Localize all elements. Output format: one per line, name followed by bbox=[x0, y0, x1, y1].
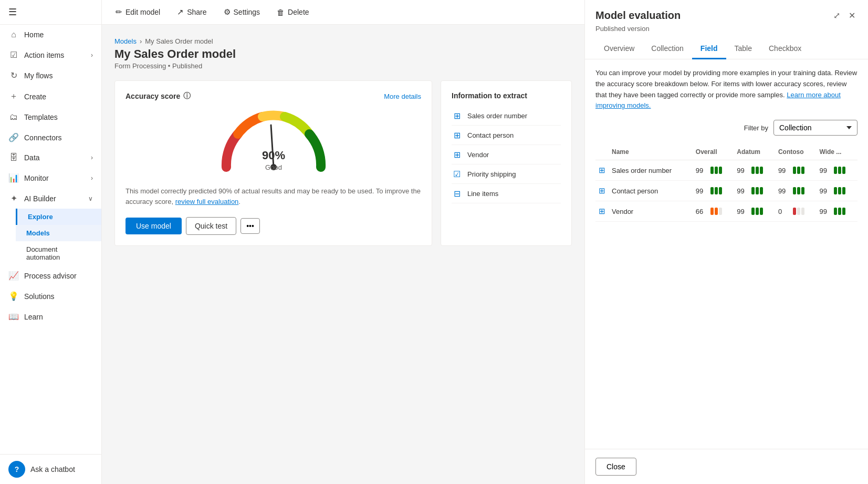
sidebar-item-my-flows[interactable]: ↻ My flows bbox=[0, 65, 101, 86]
sidebar-item-data[interactable]: 🗄 Data › bbox=[0, 148, 101, 168]
close-panel-button[interactable]: ✕ bbox=[846, 8, 857, 23]
sidebar-item-templates[interactable]: 🗂 Templates bbox=[0, 107, 101, 127]
accuracy-title: Accuracy score ⓘ bbox=[126, 91, 191, 101]
review-evaluation-link[interactable]: review full evaluation bbox=[175, 198, 239, 205]
info-item-label: Contact person bbox=[467, 131, 514, 139]
action-items-icon: ☑ bbox=[8, 50, 19, 60]
sidebar-header[interactable]: ☰ bbox=[0, 0, 101, 25]
sidebar-item-process-advisor[interactable]: 📈 Process advisor bbox=[0, 265, 101, 286]
row-adatum-cell: 99 bbox=[734, 181, 775, 201]
chatbot-footer[interactable]: ? Ask a chatbot bbox=[0, 454, 101, 484]
tab-checkbox[interactable]: Checkbox bbox=[760, 39, 810, 59]
bar-3 bbox=[760, 167, 763, 174]
info-item-sales-order: ⊞ Sales order number bbox=[452, 106, 561, 126]
sidebar-item-models[interactable]: Models bbox=[16, 225, 101, 241]
delete-button[interactable]: 🗑 Delete bbox=[274, 6, 312, 19]
sidebar: ☰ ⌂ Home ☑ Action items › ↻ My flows ＋ C… bbox=[0, 0, 102, 484]
edit-icon: ✏ bbox=[116, 7, 122, 17]
sidebar-item-home[interactable]: ⌂ Home bbox=[0, 25, 101, 45]
templates-icon: 🗂 bbox=[8, 112, 19, 122]
expand-panel-button[interactable]: ⤢ bbox=[831, 8, 842, 23]
sidebar-item-action-items[interactable]: ☑ Action items › bbox=[0, 45, 101, 65]
filter-select[interactable]: Collection Adatum Contoso Wide bbox=[773, 120, 857, 136]
ai-builder-icon: ✦ bbox=[8, 193, 19, 203]
bar-3 bbox=[719, 167, 722, 174]
sidebar-item-explore[interactable]: Explore bbox=[16, 209, 101, 225]
bar-1 bbox=[834, 167, 837, 174]
col-header-overall: Overall bbox=[693, 144, 734, 160]
tab-collection[interactable]: Collection bbox=[643, 39, 692, 59]
more-options-button[interactable]: ••• bbox=[240, 218, 260, 234]
evaluation-table: Name Overall Adatum Contoso Wide ... ⊞ S… bbox=[595, 144, 857, 222]
bar-1 bbox=[751, 167, 755, 174]
field-icon: ⊞ bbox=[452, 110, 462, 121]
sidebar-item-label: Monitor bbox=[24, 174, 49, 182]
row-overall-cell: 99 bbox=[693, 160, 734, 181]
row-wide-cell: 99 bbox=[816, 160, 857, 181]
col-header-name: Name bbox=[609, 144, 693, 160]
right-panel: Model evaluation ⤢ ✕ Published version O… bbox=[584, 0, 868, 484]
more-details-link[interactable]: More details bbox=[384, 92, 421, 100]
field-type-icon: ⊞ bbox=[599, 207, 605, 215]
sidebar-item-ai-builder[interactable]: ✦ AI Builder ∨ bbox=[0, 188, 101, 209]
gauge-svg: 90% Good bbox=[216, 109, 331, 178]
bar-2 bbox=[838, 167, 841, 174]
bar-1 bbox=[793, 167, 796, 174]
toolbar: ✏ Edit model ↗ Share ⚙ Settings 🗑 Delete bbox=[102, 0, 584, 25]
sidebar-item-label: Connectors bbox=[24, 133, 62, 142]
settings-button[interactable]: ⚙ Settings bbox=[221, 5, 264, 19]
row-name-cell: Vendor bbox=[609, 201, 693, 222]
tab-overview[interactable]: Overview bbox=[595, 39, 643, 59]
col-header-wide: Wide ... bbox=[816, 144, 857, 160]
bar-3 bbox=[801, 167, 804, 174]
tab-table[interactable]: Table bbox=[726, 39, 760, 59]
row-icon-cell: ⊞ bbox=[595, 181, 609, 201]
sidebar-item-label: Templates bbox=[24, 113, 58, 121]
quick-test-button[interactable]: Quick test bbox=[186, 217, 236, 235]
table-icon: ⊟ bbox=[452, 188, 462, 199]
accuracy-header: Accuracy score ⓘ More details bbox=[126, 91, 421, 101]
use-model-button[interactable]: Use model bbox=[126, 218, 182, 234]
field-type-icon: ⊞ bbox=[599, 186, 605, 195]
hamburger-menu-icon[interactable]: ☰ bbox=[8, 7, 17, 17]
sidebar-item-label: Action items bbox=[24, 51, 64, 59]
sidebar-item-learn[interactable]: 📖 Learn bbox=[0, 306, 101, 327]
info-item-priority-shipping: ☑ Priority shipping bbox=[452, 164, 561, 184]
filter-label: Filter by bbox=[744, 124, 768, 132]
bar-3 bbox=[842, 167, 845, 174]
row-name-cell: Sales order number bbox=[609, 160, 693, 181]
share-button[interactable]: ↗ Share bbox=[174, 5, 210, 19]
sidebar-item-monitor[interactable]: 📊 Monitor › bbox=[0, 168, 101, 188]
row-wide-cell: 99 bbox=[816, 201, 857, 222]
main-content: ✏ Edit model ↗ Share ⚙ Settings 🗑 Delete… bbox=[102, 0, 584, 484]
delete-icon: 🗑 bbox=[277, 8, 285, 17]
share-label: Share bbox=[187, 8, 206, 16]
close-icon: ✕ bbox=[849, 11, 855, 20]
breadcrumb-separator: › bbox=[140, 37, 142, 45]
breadcrumb: Models › My Sales Order model bbox=[114, 37, 572, 45]
gauge-container: 90% Good bbox=[126, 109, 421, 178]
page-title: My Sales Order model bbox=[114, 47, 572, 61]
ellipsis-icon: ••• bbox=[246, 222, 254, 230]
breadcrumb-parent-link[interactable]: Models bbox=[114, 37, 137, 45]
sidebar-item-create[interactable]: ＋ Create bbox=[0, 86, 101, 107]
sidebar-item-label: Document automation bbox=[26, 245, 93, 261]
sidebar-item-solutions[interactable]: 💡 Solutions bbox=[0, 286, 101, 306]
info-item-label: Priority shipping bbox=[467, 170, 516, 178]
sidebar-item-label: Data bbox=[24, 153, 40, 162]
delete-label: Delete bbox=[288, 8, 309, 16]
learn-icon: 📖 bbox=[8, 312, 19, 322]
col-header-adatum: Adatum bbox=[734, 144, 775, 160]
panel-subtitle: Published version bbox=[595, 25, 857, 33]
tab-field[interactable]: Field bbox=[692, 39, 726, 59]
sidebar-item-document-automation[interactable]: Document automation bbox=[16, 241, 101, 265]
info-item-label: Line items bbox=[467, 190, 498, 198]
info-icon: ⓘ bbox=[183, 91, 191, 101]
info-items-list: ⊞ Sales order number ⊞ Contact person ⊞ … bbox=[452, 106, 561, 203]
accuracy-title-text: Accuracy score bbox=[126, 92, 180, 100]
close-button[interactable]: Close bbox=[595, 458, 636, 476]
sidebar-item-connectors[interactable]: 🔗 Connectors bbox=[0, 127, 101, 148]
edit-model-button[interactable]: ✏ Edit model bbox=[112, 5, 163, 19]
sidebar-item-label: Explore bbox=[28, 213, 53, 221]
chevron-icon: › bbox=[91, 52, 93, 59]
